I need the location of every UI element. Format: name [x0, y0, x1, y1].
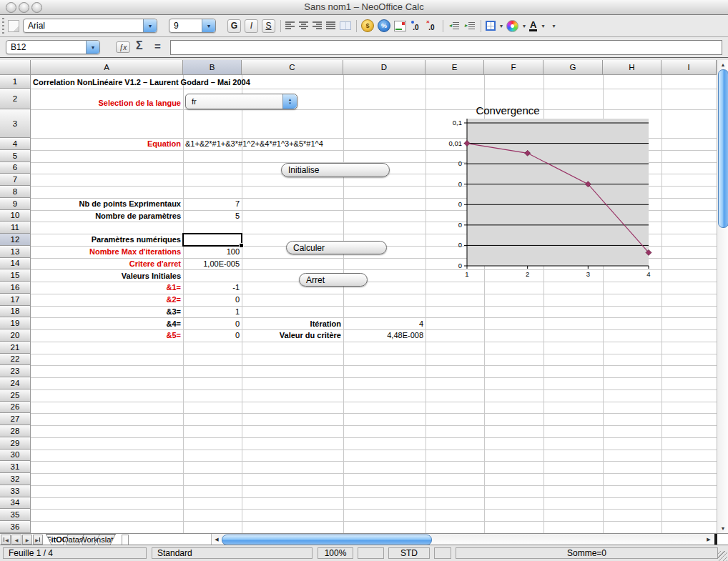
currency-format-icon[interactable]: $ — [361, 19, 374, 32]
row-header-5[interactable]: 5 — [0, 150, 31, 162]
formula-input[interactable] — [170, 40, 722, 55]
cell-B14[interactable]: 1,00E-005 — [183, 258, 242, 270]
column-header-I[interactable]: I — [661, 60, 717, 75]
column-header-G[interactable]: G — [543, 60, 603, 75]
scroll-down-icon[interactable]: ▼ — [717, 523, 728, 533]
first-sheet-button[interactable]: ◀ — [1, 535, 11, 545]
row-header-22[interactable]: 22 — [0, 354, 31, 366]
cell-B13[interactable]: 100 — [183, 246, 242, 258]
row-header-33[interactable]: 33 — [0, 485, 31, 497]
new-document-icon[interactable] — [8, 20, 19, 32]
cell-D19[interactable]: 4 — [343, 317, 426, 329]
background-color-icon[interactable] — [506, 20, 518, 32]
cell-A13[interactable]: Nombre Max d'iterations — [31, 246, 183, 258]
row-header-9[interactable]: 9 — [0, 198, 31, 210]
font-size-combo[interactable]: 9 ▼ — [169, 19, 216, 33]
borders-dropdown-icon[interactable]: ▾ — [500, 23, 503, 29]
cell-A15[interactable]: Valeurs Initiales — [31, 269, 183, 282]
font-color-icon[interactable]: A — [529, 20, 537, 31]
horizontal-scroll-thumb[interactable] — [222, 535, 432, 545]
sheet-tab-fitoo[interactable]: FitOO — [46, 534, 69, 545]
row-header-28[interactable]: 28 — [0, 425, 31, 437]
arret-button[interactable]: Arret — [299, 273, 368, 287]
row-header-23[interactable]: 23 — [0, 365, 31, 377]
vertical-scrollbar[interactable]: ▲ ▼ — [717, 60, 728, 533]
row-header-3[interactable]: 3 — [0, 109, 31, 138]
row-header-20[interactable]: 20 — [0, 329, 31, 342]
initialise-button[interactable]: Initialise — [281, 163, 390, 177]
decrease-indent-icon[interactable]: ◂ — [448, 21, 460, 30]
row-header-12[interactable]: 12 — [0, 234, 31, 246]
selected-cell-B12[interactable] — [182, 233, 242, 247]
cell-A4[interactable]: Equation — [31, 138, 183, 150]
row-header-11[interactable]: 11 — [0, 222, 31, 234]
calculer-button[interactable]: Calculer — [286, 241, 387, 254]
row-header-32[interactable]: 32 — [0, 473, 31, 485]
toolbar-grip[interactable] — [2, 18, 4, 34]
cell-A14[interactable]: Critere d'arret — [31, 258, 183, 270]
cell-A19[interactable]: &4= — [31, 317, 183, 329]
font-size-dropdown-icon[interactable]: ▼ — [202, 19, 215, 32]
align-center-icon[interactable] — [299, 19, 309, 32]
font-name-combo[interactable]: Arial ▼ — [23, 19, 157, 33]
cell-A16[interactable]: &1= — [31, 282, 183, 294]
underline-button[interactable]: S — [262, 19, 275, 33]
row-header-25[interactable]: 25 — [0, 389, 31, 402]
sum-icon[interactable]: Σ — [136, 39, 143, 52]
align-justify-icon[interactable] — [326, 19, 336, 32]
cell-A10[interactable]: Nombre de paramètres — [31, 210, 183, 222]
percent-format-icon[interactable]: % — [378, 19, 390, 32]
cell-A17[interactable]: &2= — [31, 294, 183, 306]
column-header-D[interactable]: D — [343, 60, 426, 75]
vertical-scroll-thumb[interactable] — [718, 69, 728, 228]
horizontal-split-bar[interactable] — [714, 534, 717, 545]
cell-B16[interactable]: -1 — [183, 282, 242, 294]
window-resize-grip[interactable] — [717, 551, 727, 561]
merge-cells-icon[interactable] — [340, 21, 351, 30]
equals-icon[interactable]: = — [154, 40, 161, 52]
language-dropdown[interactable]: fr ▲ ▾ — [185, 94, 297, 109]
cell-reference-box[interactable]: B12 ▼ — [6, 40, 100, 54]
row-header-24[interactable]: 24 — [0, 377, 31, 389]
font-color-dropdown-icon[interactable]: ▾ — [541, 23, 544, 29]
cell-B4[interactable]: &1+&2*#1+&3*#1^2+&4*#1^3+&5*#1^4 — [183, 138, 242, 150]
row-header-36[interactable]: 36 — [0, 521, 31, 533]
scroll-up-icon[interactable]: ▲ — [717, 60, 728, 69]
column-header-F[interactable]: F — [484, 60, 543, 75]
row-header-2[interactable]: 2 — [0, 89, 31, 109]
row-header-4[interactable]: 4 — [0, 138, 31, 150]
cell-B9[interactable]: 7 — [183, 198, 242, 210]
row-header-27[interactable]: 27 — [0, 413, 31, 425]
row-header-26[interactable]: 26 — [0, 402, 31, 414]
insert-mode-field[interactable] — [358, 547, 384, 559]
increase-indent-icon[interactable]: ▸ — [463, 21, 476, 30]
row-header-18[interactable]: 18 — [0, 306, 31, 318]
next-sheet-button[interactable]: ▶ — [22, 535, 32, 545]
row-header-13[interactable]: 13 — [0, 246, 31, 258]
row-header-17[interactable]: 17 — [0, 294, 31, 306]
add-decimal-icon[interactable]: .0 — [410, 21, 422, 31]
cell-A1[interactable]: Correlation NonLinéaire V1.2 – Laurent G… — [31, 75, 183, 89]
scroll-left-icon[interactable]: ◀ — [212, 534, 222, 545]
cell-D20[interactable]: 4,48E-008 — [343, 329, 426, 342]
cell-B20[interactable]: 0 — [183, 329, 242, 342]
column-header-E[interactable]: E — [426, 60, 484, 75]
function-wizard-icon[interactable]: ƒx — [116, 41, 130, 53]
cell-B17[interactable]: 0 — [183, 294, 242, 306]
borders-icon[interactable] — [486, 21, 496, 31]
toolbar-overflow-icon[interactable]: ▾ — [552, 23, 555, 29]
row-header-34[interactable]: 34 — [0, 497, 31, 510]
cell-B18[interactable]: 1 — [183, 306, 242, 318]
row-header-14[interactable]: 14 — [0, 258, 31, 270]
selection-mode-field[interactable]: STD — [388, 547, 430, 559]
row-header-10[interactable]: 10 — [0, 210, 31, 222]
row-header-6[interactable]: 6 — [0, 162, 31, 174]
sum-field[interactable]: Somme=0 — [456, 547, 718, 559]
row-header-16[interactable]: 16 — [0, 282, 31, 294]
last-sheet-button[interactable]: ▶ — [33, 535, 43, 545]
cell-C20[interactable]: Valeur du critère — [242, 329, 343, 342]
column-header-A[interactable]: A — [31, 60, 183, 75]
bold-button[interactable]: G — [227, 19, 241, 33]
page-style-field[interactable]: Standard — [152, 547, 313, 559]
cell-A9[interactable]: Nb de points Exprimentaux — [31, 198, 183, 210]
